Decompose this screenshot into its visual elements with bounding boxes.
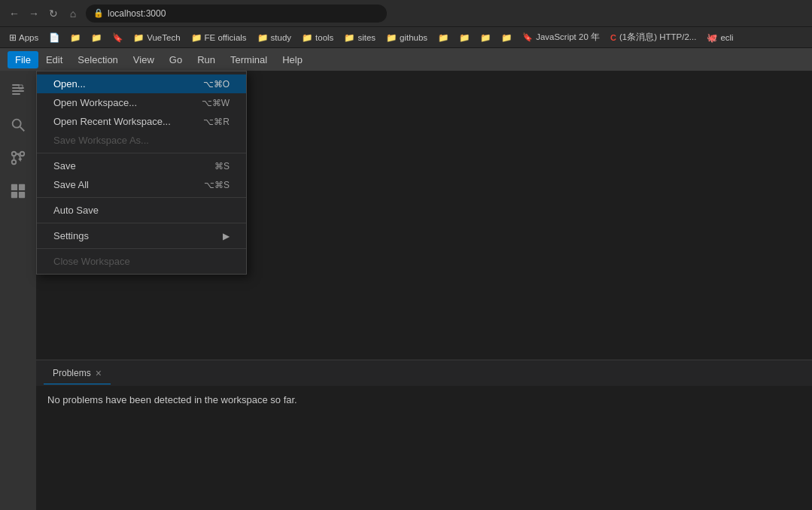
menu-save-all[interactable]: Save All ⌥⌘S	[37, 175, 246, 194]
menu-auto-save[interactable]: Auto Save	[37, 201, 246, 220]
menu-open-workspace[interactable]: Open Workspace... ⌥⌘W	[37, 93, 246, 112]
bookmark-ecli[interactable]: 🐙 ecli	[702, 31, 737, 44]
svg-rect-12	[19, 192, 25, 198]
refresh-button[interactable]: ↻	[47, 7, 60, 20]
close-problems-tab[interactable]: ×	[96, 367, 102, 379]
bookmark-label: study	[271, 33, 292, 42]
menu-save-all-label: Save All	[53, 179, 89, 190]
menu-bar: File Edit Selection View Go Run Terminal…	[0, 48, 812, 71]
bookmark-icon: C	[610, 33, 616, 42]
panel-tabs: Problems ×	[36, 360, 812, 387]
menu-settings-label: Settings	[53, 230, 89, 241]
bookmark-sites[interactable]: 📁 sites	[339, 31, 380, 44]
bookmark-icon: 🔖	[112, 32, 123, 43]
address-bar[interactable]: 🔒 localhost:3000	[86, 5, 387, 23]
bookmark-item[interactable]: 📁	[455, 31, 474, 44]
bookmark-study[interactable]: 📁 study	[253, 31, 297, 44]
address-text: localhost:3000	[108, 8, 166, 19]
menu-save-all-shortcut: ⌥⌘S	[204, 180, 230, 190]
vscode-container: File Edit Selection View Go Run Terminal…	[0, 48, 812, 510]
bookmark-icon: 📁	[133, 32, 144, 43]
menu-save-shortcut: ⌘S	[214, 161, 230, 172]
bookmark-icon: 📁	[459, 32, 470, 43]
bookmark-item[interactable]: 📁	[87, 31, 106, 44]
menu-open-recent-workspace[interactable]: Open Recent Workspace... ⌥⌘R	[37, 112, 246, 131]
bookmark-icon: 📁	[91, 32, 102, 43]
bookmark-item[interactable]: 🔖	[108, 31, 127, 44]
settings-arrow-icon: ▶	[223, 231, 230, 241]
bookmark-label: FE officials	[205, 33, 247, 42]
menu-run[interactable]: Run	[190, 51, 223, 68]
bookmark-icon: 📁	[501, 32, 512, 43]
menu-open-label: Open...	[53, 78, 86, 90]
menu-open-workspace-label: Open Workspace...	[53, 97, 137, 108]
bookmark-icon: 📁	[191, 32, 202, 43]
separator-4	[37, 248, 246, 249]
bookmark-fe-officials[interactable]: 📁 FE officials	[187, 31, 251, 44]
menu-settings[interactable]: Settings ▶	[37, 226, 246, 245]
bookmark-icon: 📁	[438, 32, 449, 43]
menu-view[interactable]: View	[126, 51, 162, 68]
panel-content: No problems have been detected in the wo…	[36, 387, 812, 413]
bookmark-label: VueTech	[147, 33, 180, 42]
svg-line-5	[20, 127, 25, 132]
menu-help[interactable]: Help	[275, 51, 310, 68]
activity-extensions-icon[interactable]	[3, 176, 33, 206]
menu-open[interactable]: Open... ⌥⌘O	[37, 74, 246, 93]
bookmark-icon: 📁	[302, 32, 312, 43]
back-button[interactable]: ←	[8, 7, 21, 20]
menu-save-label: Save	[53, 160, 76, 172]
menu-terminal[interactable]: Terminal	[223, 51, 275, 68]
activity-source-control-icon[interactable]	[3, 143, 33, 173]
bookmark-item[interactable]: 📁	[65, 31, 85, 44]
bookmark-label: JavaScript 20 年	[536, 32, 600, 43]
svg-rect-9	[11, 184, 17, 190]
menu-auto-save-label: Auto Save	[53, 205, 99, 216]
bookmark-label: githubs	[400, 33, 427, 42]
bookmark-item[interactable]: 📁	[476, 31, 495, 44]
bookmark-item[interactable]: 📄	[44, 31, 64, 44]
menu-save-workspace-as: Save Workspace As...	[37, 131, 246, 150]
activity-bar	[0, 71, 36, 510]
browser-chrome: ← → ↻ ⌂ 🔒 localhost:3000	[0, 0, 812, 27]
bookmark-icon: 📄	[49, 32, 59, 43]
file-dropdown-menu: Open... ⌥⌘O Open Workspace... ⌥⌘W Open R…	[36, 71, 247, 275]
menu-save-workspace-as-label: Save Workspace As...	[53, 135, 149, 146]
bookmarks-bar: ⊞ Apps 📄 📁 📁 🔖 📁 VueTech 📁 FE officials …	[0, 27, 812, 48]
bookmark-icon: 📁	[344, 32, 354, 43]
bookmark-label: (1条消息) HTTP/2...	[619, 32, 696, 43]
home-button[interactable]: ⌂	[66, 7, 80, 20]
bookmark-vuetech[interactable]: 📁 VueTech	[129, 31, 184, 44]
bookmark-item[interactable]: 📁	[497, 31, 516, 44]
svg-rect-3	[12, 93, 20, 95]
activity-search-icon[interactable]	[3, 110, 33, 140]
activity-files-icon[interactable]	[3, 77, 33, 107]
apps-label: Apps	[19, 33, 38, 42]
forward-button[interactable]: →	[27, 7, 41, 20]
dropdown-menu-container: Open... ⌥⌘O Open Workspace... ⌥⌘W Open R…	[36, 71, 247, 275]
bookmark-item[interactable]: 📁	[433, 31, 453, 44]
menu-open-workspace-shortcut: ⌥⌘W	[202, 98, 230, 108]
svg-rect-2	[12, 90, 24, 92]
menu-file[interactable]: File	[8, 51, 38, 68]
menu-edit[interactable]: Edit	[38, 51, 70, 68]
separator-3	[37, 223, 246, 223]
bookmark-tools[interactable]: 📁 tools	[297, 31, 338, 44]
menu-close-workspace-label: Close Workspace	[53, 256, 130, 267]
bookmark-icon: 📁	[386, 32, 397, 43]
apps-grid-icon: ⊞	[9, 32, 17, 43]
menu-save[interactable]: Save ⌘S	[37, 156, 246, 175]
menu-selection[interactable]: Selection	[70, 51, 125, 68]
separator-2	[37, 197, 246, 198]
apps-button[interactable]: ⊞ Apps	[5, 31, 43, 44]
bookmark-icon: 🔖	[522, 32, 533, 42]
bookmark-http[interactable]: C (1条消息) HTTP/2...	[606, 30, 701, 44]
problems-tab-label: Problems	[53, 368, 91, 378]
menu-go[interactable]: Go	[162, 51, 190, 68]
bookmark-icon: 📁	[70, 32, 81, 43]
bookmark-label: sites	[357, 33, 376, 42]
bookmark-javascript[interactable]: 🔖 JavaScript 20 年	[518, 30, 604, 44]
problems-tab[interactable]: Problems ×	[44, 363, 111, 384]
menu-close-workspace: Close Workspace	[37, 252, 246, 271]
bookmark-githubs[interactable]: 📁 githubs	[382, 31, 432, 44]
